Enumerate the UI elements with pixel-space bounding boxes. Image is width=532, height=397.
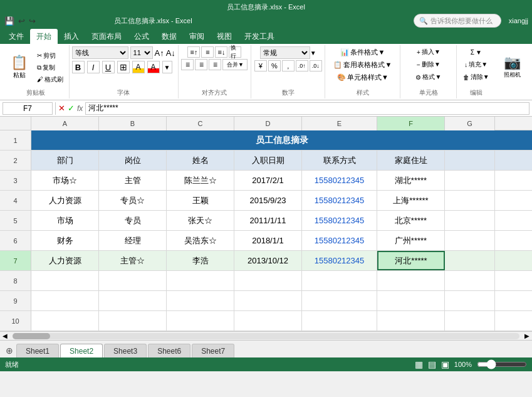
undo-quick-btn[interactable]: ↩ bbox=[18, 16, 26, 26]
cell-g4[interactable] bbox=[445, 191, 495, 210]
cell-b7[interactable]: 主管☆ bbox=[99, 251, 167, 270]
cell-d5[interactable]: 2011/1/11 bbox=[234, 211, 302, 230]
italic-button[interactable]: I bbox=[87, 61, 100, 73]
number-expand-icon[interactable]: ▼ bbox=[310, 50, 316, 56]
tab-formula[interactable]: 公式 bbox=[128, 29, 155, 44]
cell-g2[interactable] bbox=[445, 151, 495, 170]
col-header-b[interactable]: B bbox=[99, 117, 167, 130]
cell-e3[interactable]: 15580212345 bbox=[302, 171, 377, 190]
cell-e10[interactable] bbox=[302, 311, 377, 331]
cell-d8[interactable] bbox=[234, 271, 302, 290]
cell-e9[interactable] bbox=[302, 291, 377, 310]
tab-home[interactable]: 开始 bbox=[30, 29, 58, 44]
cell-d7[interactable]: 2013/10/12 bbox=[234, 251, 302, 270]
copy-button[interactable]: ⧉ 复制 bbox=[34, 62, 66, 73]
cell-f7[interactable]: 河北***** bbox=[377, 251, 445, 270]
format-cells-btn[interactable]: ⚙ 格式▼ bbox=[413, 71, 444, 83]
cell-c9[interactable] bbox=[167, 291, 234, 310]
tab-review[interactable]: 审阅 bbox=[183, 29, 211, 44]
conditional-format-btn[interactable]: 📊 条件格式▼ bbox=[338, 46, 387, 58]
camera-button[interactable]: 📷 照相机 bbox=[499, 49, 526, 87]
cell-g3[interactable] bbox=[445, 171, 495, 190]
cell-f5[interactable]: 北京***** bbox=[377, 211, 445, 230]
cell-c4[interactable]: 王颖 bbox=[167, 191, 234, 210]
cell-a8[interactable] bbox=[31, 271, 99, 290]
scroll-thumb[interactable] bbox=[13, 333, 50, 339]
sheet-tab-sheet6[interactable]: Sheet6 bbox=[148, 344, 190, 357]
paste-button[interactable]: 📋 粘贴 bbox=[6, 49, 33, 87]
cell-a9[interactable] bbox=[31, 291, 99, 310]
font-size-decrease[interactable]: A↓ bbox=[166, 48, 175, 58]
sheet-tab-sheet1[interactable]: Sheet1 bbox=[16, 344, 59, 357]
cell-f2[interactable]: 家庭住址 bbox=[377, 151, 445, 170]
decrease-decimal-btn[interactable]: .0↓ bbox=[310, 60, 322, 71]
tab-data[interactable]: 数据 bbox=[155, 29, 183, 44]
cell-d3[interactable]: 2017/2/1 bbox=[234, 171, 302, 190]
font-name-select[interactable]: 等线 bbox=[72, 46, 128, 59]
currency-btn[interactable]: ¥ bbox=[254, 60, 267, 71]
cell-f8[interactable] bbox=[377, 271, 445, 290]
tab-view[interactable]: 视图 bbox=[211, 29, 238, 44]
sheet-tab-sheet3[interactable]: Sheet3 bbox=[104, 344, 147, 357]
cell-g9[interactable] bbox=[445, 291, 495, 310]
col-header-a[interactable]: A bbox=[31, 117, 99, 130]
clear-btn[interactable]: 🗑 清除▼ bbox=[461, 71, 492, 83]
cell-a2[interactable]: 部门 bbox=[31, 151, 99, 170]
cell-b3[interactable]: 主管 bbox=[99, 171, 167, 190]
redo-quick-btn[interactable]: ↪ bbox=[28, 16, 36, 26]
cell-g8[interactable] bbox=[445, 271, 495, 290]
horizontal-scrollbar[interactable]: ◀ ▶ bbox=[0, 331, 532, 340]
cell-g5[interactable] bbox=[445, 211, 495, 230]
cell-e6[interactable]: 15580212345 bbox=[302, 231, 377, 250]
insert-cells-btn[interactable]: + 插入▼ bbox=[414, 46, 443, 58]
confirm-formula-btn[interactable]: ✓ bbox=[68, 103, 75, 113]
cell-a4[interactable]: 人力资源 bbox=[31, 191, 99, 210]
more-button[interactable]: ▼ bbox=[162, 61, 172, 73]
cell-c5[interactable]: 张天☆ bbox=[167, 211, 234, 230]
cell-c7[interactable]: 李浩 bbox=[167, 251, 234, 270]
cell-e2[interactable]: 联系方式 bbox=[302, 151, 377, 170]
save-quick-btn[interactable]: 💾 bbox=[4, 16, 15, 26]
cell-f3[interactable]: 湖北***** bbox=[377, 171, 445, 190]
cell-f6[interactable]: 广州***** bbox=[377, 231, 445, 250]
formula-input[interactable]: 河北***** bbox=[85, 102, 529, 115]
cell-d4[interactable]: 2015/9/23 bbox=[234, 191, 302, 210]
border-button[interactable]: ⊞ bbox=[117, 61, 130, 73]
cell-b2[interactable]: 岗位 bbox=[99, 151, 167, 170]
underline-button[interactable]: U bbox=[102, 61, 115, 73]
cell-a5[interactable]: 市场 bbox=[31, 211, 99, 230]
cell-a3[interactable]: 市场☆ bbox=[31, 171, 99, 190]
delete-cells-btn[interactable]: − 删除▼ bbox=[414, 59, 443, 70]
cell-d9[interactable] bbox=[234, 291, 302, 310]
table-format-btn[interactable]: 📋 套用表格格式▼ bbox=[331, 59, 394, 70]
cell-e7[interactable]: 15580212345 bbox=[302, 251, 377, 270]
align-center-btn[interactable]: ≡ bbox=[195, 59, 207, 70]
wrap-text-btn[interactable]: 换行 bbox=[229, 46, 241, 58]
fill-btn[interactable]: ↓ 填充▼ bbox=[462, 59, 490, 70]
cell-f4[interactable]: 上海****** bbox=[377, 191, 445, 210]
increase-decimal-btn[interactable]: .0↑ bbox=[296, 60, 308, 71]
cell-b9[interactable] bbox=[99, 291, 167, 310]
cell-g6[interactable] bbox=[445, 231, 495, 250]
col-header-f[interactable]: F bbox=[377, 117, 445, 130]
col-header-e[interactable]: E bbox=[302, 117, 377, 130]
cell-a6[interactable]: 财务 bbox=[31, 231, 99, 250]
scroll-track[interactable] bbox=[13, 333, 519, 339]
cut-button[interactable]: ✂ 剪切 bbox=[34, 50, 66, 61]
font-size-increase[interactable]: A↑ bbox=[155, 48, 164, 58]
align-left-btn[interactable]: ≡ bbox=[181, 59, 194, 70]
cancel-formula-btn[interactable]: ✕ bbox=[58, 103, 65, 113]
font-color-button[interactable]: A bbox=[147, 61, 160, 73]
sheet-tab-sheet7[interactable]: Sheet7 bbox=[192, 344, 234, 357]
col-header-d[interactable]: D bbox=[234, 117, 302, 130]
tab-file[interactable]: 文件 bbox=[3, 29, 30, 44]
zoom-slider[interactable] bbox=[477, 361, 527, 368]
comma-btn[interactable]: , bbox=[282, 60, 295, 71]
view-layout-btn[interactable]: ▤ bbox=[428, 359, 436, 369]
cell-e8[interactable] bbox=[302, 271, 377, 290]
cell-e4[interactable]: 15580212345 bbox=[302, 191, 377, 210]
sheet-tab-sheet2[interactable]: Sheet2 bbox=[60, 344, 103, 357]
cell-b8[interactable] bbox=[99, 271, 167, 290]
cell-c10[interactable] bbox=[167, 311, 234, 331]
cell-e5[interactable]: 15580212345 bbox=[302, 211, 377, 230]
